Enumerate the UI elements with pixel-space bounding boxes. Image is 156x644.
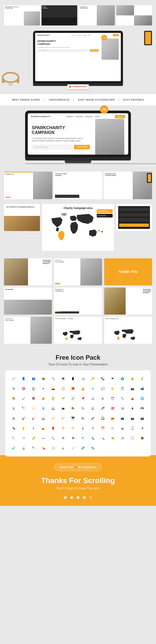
hero-section: Building a Better TomorrowThrough Giving… (0, 0, 156, 94)
ppt-label: POWERPOINT (72, 85, 87, 88)
icon-cell-15: 🎯 (19, 384, 28, 393)
icon-cell-55: 🎮 (138, 404, 147, 413)
icon-cell-43: 🔭 (19, 404, 28, 413)
slide-2-text: CharityCampaign (43, 6, 48, 9)
icon-cell-101: 💊 (39, 444, 48, 452)
icon-cell-45: 💧 (39, 404, 48, 413)
icon-cell-90: 🛠 (69, 434, 77, 443)
icon-cell-72: 🕯 (29, 424, 38, 433)
bs7-text: The best ourteam campaign (5, 318, 14, 321)
small-subscribe-btn[interactable]: SUBSCRIBE (90, 49, 99, 52)
icon-cell-65: 🎧 (98, 414, 107, 423)
icon-cell-16: 🏠 (29, 384, 38, 393)
main-email-input[interactable]: Your email here (32, 145, 73, 149)
main-person-image (95, 119, 124, 155)
svg-point-0 (3, 73, 19, 82)
icon-cell-1: 👤 (19, 374, 28, 383)
icon-cell-106: 🦠 (88, 444, 97, 452)
icon-cell-69: 📸 (138, 414, 147, 423)
icon-cell-89: ⚒ (59, 434, 67, 443)
bs8-map (54, 330, 93, 343)
icon-cell-31: 💰 (39, 394, 48, 403)
icon-pack-section: Free Icon Pack Tons Of Icons To Use In Y… (0, 349, 156, 457)
star-4: ★ (82, 494, 87, 501)
icon-cell-105: 🧬 (79, 444, 87, 452)
sb3-title: Crafting the Pathto Positive Impact (105, 173, 116, 176)
sb-slide-1: Charity & For (4, 172, 52, 199)
bottom-slides: The Portfolioof CharitableEndeavors It's… (0, 256, 156, 349)
bs-3: THANK YOU (104, 258, 152, 285)
icon-cell-57: 🎻 (19, 414, 28, 423)
bs-2: It's time ourteam campaign (54, 258, 102, 285)
orange-footer: Made With ♥ By Squidpixey Thanks For Scr… (0, 455, 156, 506)
main-subscribe-btn[interactable]: SUBSCRIBE (74, 145, 90, 149)
icon-cell-42: 📡 (9, 404, 18, 413)
icon-cell-8: 🔑 (88, 374, 97, 383)
main-body: SPARKCHARITYCAMPAIGN Lorem ipsum dolor s… (28, 120, 128, 155)
main-base (25, 157, 131, 160)
icon-cell-46: 🌊 (49, 404, 58, 413)
svg-rect-1 (2, 79, 4, 83)
icon-cell-28: 🎨 (9, 394, 18, 403)
top-slides-grid: Building a Better TomorrowThrough Giving… (4, 5, 152, 25)
sb3-phone (147, 173, 152, 183)
sb-slide-2: The best our teamcampaign (54, 172, 102, 199)
small-laptop-title: SPARKCHARITYCAMPAIGN (37, 40, 99, 46)
svg-point-4 (98, 230, 100, 232)
small-screen-inner: SPARKCHARITY Features Introduce Donation… (35, 33, 121, 81)
icon-cell-11: 🌍 (118, 374, 127, 383)
main-left: SPARKCHARITYCAMPAIGN Lorem ipsum dolor s… (32, 124, 90, 151)
icon-cell-99: 🔬 (19, 444, 28, 452)
made-with-label: Made With (60, 465, 74, 469)
feature-1: BEST UNIQUE SLIDES (12, 98, 40, 101)
slide-thumb-1: Building a Better TomorrowThrough Giving (4, 5, 40, 25)
icon-cell-80: ⏲ (108, 424, 117, 433)
small-signin-btn[interactable]: Sign In (113, 34, 119, 36)
icon-cell-49: 🎠 (79, 404, 87, 413)
small-email-input[interactable]: Your email here (37, 49, 89, 52)
main-right (93, 124, 124, 151)
icon-cell-21: 🔔 (79, 384, 87, 393)
icon-cell-64: 🎤 (88, 414, 97, 423)
sb1-title: Charity & For (5, 173, 14, 175)
icon-cell-33: 🌱 (59, 394, 67, 403)
icon-cell-71: 💡 (19, 424, 28, 433)
icon-cell-98: 🧪 (9, 444, 18, 452)
main-nav-links: Features Introduce Donation About (66, 116, 100, 118)
icon-cell-35: 📌 (79, 394, 87, 403)
icon-grid: 📈👤👥📦🔍💻📱📊🔑📞❤🌍🔒💡⚙🎯🏠✈🚗📋🎁🔔📧💬🌟🎵📷📹🎨🖊📚💰🏆🌱🔗📌🗂🗓⏰🔧… (5, 370, 151, 457)
star-2: ★ (69, 494, 74, 501)
slide-3-text: Elevating Livesthrough Charity (80, 6, 88, 9)
svg-point-3 (8, 84, 13, 85)
icon-cell-75: 🔆 (59, 424, 67, 433)
main-signin-btn[interactable]: Sign In (115, 115, 125, 118)
phone-mockup (144, 31, 152, 45)
icon-cell-97: 🪤 (138, 434, 147, 443)
thanks-sub: Don't Forget To Rate This Item (5, 486, 151, 490)
icon-cell-38: ⏰ (108, 394, 117, 403)
thank-you-text: THANK YOU (119, 270, 137, 274)
icon-cell-40: 🎪 (128, 394, 137, 403)
map-info-2: VOLUNTEER (97, 214, 113, 217)
icon-pack-title: Free Icon Pack (5, 354, 151, 361)
small-laptop-nav: SPARKCHARITY Features Introduce Donation… (35, 33, 121, 38)
sb3-phone-screen (148, 174, 151, 182)
icon-cell-66: 📻 (108, 414, 117, 423)
icon-cell-13: 💡 (138, 374, 147, 383)
icon-cell-94: 🔫 (108, 434, 117, 443)
icon-cell-60: 🎺 (49, 414, 58, 423)
icon-cell-2: 👥 (29, 374, 38, 383)
made-with-badge: Made With ♥ By Squidpixey (54, 463, 102, 471)
icon-cell-10: ❤ (108, 374, 117, 383)
icon-cell-20: 🎁 (69, 384, 77, 393)
sb2-title: The best our teamcampaign (55, 173, 66, 176)
icon-cell-39: 🔧 (118, 394, 127, 403)
icon-cell-96: 🏹 (128, 434, 137, 443)
mid-card-left: Our Portfolio of Charitable Endeavors (4, 204, 40, 231)
slide-thumb-3: Elevating Livesthrough Charity (79, 5, 115, 25)
icon-cell-22: 📧 (88, 384, 97, 393)
icon-cell-4: 🔍 (49, 374, 58, 383)
slide-1-title: Building a Better TomorrowThrough Giving (5, 6, 19, 9)
main-nav-logo: SPARKCHARITY (31, 115, 51, 118)
icon-cell-12: 🔒 (128, 374, 137, 383)
